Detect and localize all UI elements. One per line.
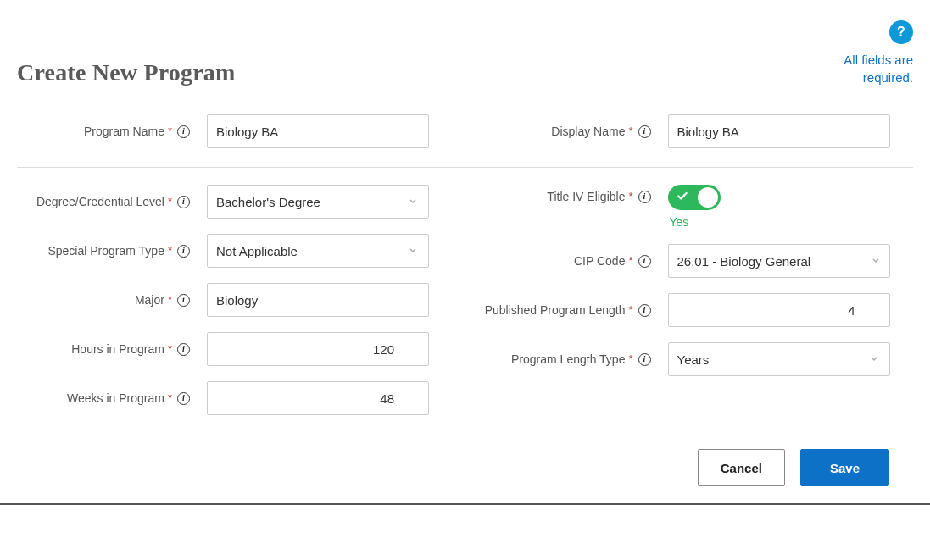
required-star: * (168, 245, 172, 258)
toggle-knob (698, 187, 718, 208)
length-type-label: Program Length Type (511, 352, 625, 366)
title-iv-state-label: Yes (668, 215, 890, 229)
required-star: * (168, 294, 172, 307)
required-star: * (168, 125, 172, 138)
required-star: * (628, 191, 632, 203)
special-type-label: Special Program Type (47, 244, 164, 258)
info-icon[interactable]: i (177, 294, 190, 307)
chevron-down-icon (869, 352, 879, 367)
required-note-line1: All fields are (844, 53, 913, 67)
page-title: Create New Program (17, 59, 236, 86)
degree-level-select[interactable]: Bachelor's Degree (207, 185, 429, 219)
page-bottom-rule (0, 503, 930, 505)
required-fields-note: All fields are required. (844, 51, 913, 86)
major-input[interactable] (207, 283, 429, 317)
special-type-value: Not Applicable (216, 244, 298, 258)
required-star: * (168, 196, 172, 208)
required-star: * (628, 353, 632, 366)
required-star: * (168, 343, 172, 356)
cancel-button[interactable]: Cancel (698, 449, 785, 486)
info-icon[interactable]: i (638, 191, 651, 203)
program-name-label: Program Name (84, 125, 164, 138)
required-star: * (168, 392, 172, 405)
required-star: * (628, 125, 632, 138)
display-name-input[interactable] (668, 114, 890, 148)
weeks-input[interactable] (207, 381, 429, 415)
chevron-down-icon (408, 244, 418, 258)
check-icon (677, 191, 688, 205)
program-name-input[interactable] (207, 114, 429, 148)
pub-length-input[interactable] (668, 293, 890, 327)
save-button[interactable]: Save (800, 449, 889, 486)
pub-length-label: Published Program Length (485, 303, 626, 317)
required-note-line2: required. (863, 70, 913, 85)
cip-code-label: CIP Code (574, 254, 625, 268)
info-icon[interactable]: i (638, 353, 651, 366)
required-star: * (628, 304, 632, 317)
chevron-down-icon (871, 254, 881, 269)
cip-code-combobox[interactable]: 26.01 - Biology General (668, 244, 890, 278)
info-icon[interactable]: i (177, 196, 190, 208)
hours-label: Hours in Program (71, 342, 164, 356)
info-icon[interactable]: i (638, 255, 651, 268)
chevron-down-icon (408, 195, 418, 209)
required-star: * (628, 255, 632, 268)
degree-level-value: Bachelor's Degree (216, 195, 320, 209)
special-type-select[interactable]: Not Applicable (207, 234, 429, 268)
title-iv-label: Title IV Eligible (547, 190, 625, 203)
title-iv-toggle[interactable] (668, 185, 721, 210)
info-icon[interactable]: i (177, 245, 190, 258)
info-icon[interactable]: i (177, 392, 190, 405)
info-icon[interactable]: i (638, 304, 651, 317)
help-icon[interactable]: ? (889, 20, 913, 44)
degree-level-label: Degree/Credential Level (36, 195, 164, 208)
display-name-label: Display Name (551, 125, 625, 138)
major-label: Major (135, 293, 164, 307)
length-type-select[interactable]: Years (668, 342, 890, 376)
weeks-label: Weeks in Program (67, 391, 164, 405)
hours-input[interactable] (207, 332, 429, 366)
cip-code-value: 26.01 - Biology General (669, 245, 860, 277)
info-icon[interactable]: i (177, 125, 190, 138)
length-type-value: Years (677, 352, 710, 367)
info-icon[interactable]: i (638, 125, 651, 138)
info-icon[interactable]: i (177, 343, 190, 356)
